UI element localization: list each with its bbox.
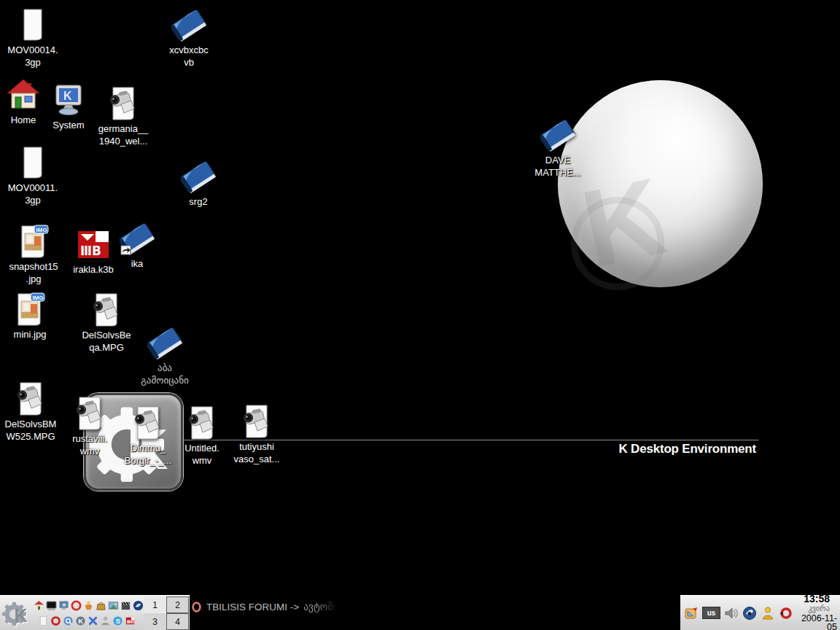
video-icon — [13, 381, 48, 416]
video-icon — [89, 292, 124, 327]
image-icon: IMG — [12, 292, 47, 327]
desktop-icon-label: DAVEMATTHE... — [525, 154, 591, 179]
svg-text:IMG: IMG — [33, 295, 44, 301]
desktop-icon-germania-1940[interactable]: germania__1940_wel... — [90, 86, 156, 147]
konsole-icon[interactable] — [46, 600, 57, 611]
clapperboard-icon[interactable] — [120, 600, 131, 611]
doc-icon — [15, 7, 50, 42]
pager-desktop-2[interactable]: 2 — [166, 596, 189, 613]
svg-text:K: K — [78, 618, 83, 625]
blank-file-icon[interactable] — [38, 615, 49, 626]
svg-text:ⅢB: ⅢB — [80, 244, 101, 258]
opera-icon[interactable] — [50, 615, 61, 626]
book-icon — [181, 159, 216, 194]
clock-applet[interactable]: 13:58 კვირა 2006-11-05 — [793, 594, 840, 630]
video-icon — [72, 396, 107, 431]
tray-window-icon[interactable] — [684, 606, 699, 621]
gallery-icon[interactable] — [108, 600, 119, 611]
video-icon — [131, 405, 166, 440]
pager-desktop-4[interactable]: 4 — [166, 613, 189, 630]
desktop-icon-label: აბაგამოიცანი — [132, 362, 198, 386]
shopping-bag-icon[interactable] — [96, 600, 106, 611]
desktop-icon-rustaviii-wmv[interactable]: rustaviii.wmv — [57, 396, 122, 457]
buddy-gray-icon[interactable] — [100, 615, 111, 626]
dessert-icon[interactable] — [83, 600, 94, 611]
panel-left-section: K KSⅢB 1234 — [0, 595, 190, 630]
quicklaunch-row-1 — [34, 600, 144, 611]
opera-mini-icon[interactable] — [779, 606, 793, 621]
book-icon — [147, 325, 182, 360]
opera-task-icon — [191, 602, 202, 612]
desktop-icon-xcvbxcbcvb[interactable]: xcvbxcbcvb — [156, 7, 222, 69]
desktop: K K Desktop Environment K MOV00014.3gp x… — [0, 0, 840, 595]
desktop-icon-srg2[interactable]: srg2 — [166, 159, 231, 208]
desktop-icon-delsolvsbeqa-mpg[interactable]: DelSolvsBeqa.MPG — [74, 292, 139, 354]
help-lifebuoy-icon[interactable] — [71, 600, 82, 611]
volume-icon[interactable] — [724, 606, 739, 621]
k3b-mini-icon[interactable]: ⅢB — [125, 615, 136, 626]
desktop-icon-tutiyushi-vaso[interactable]: tutiyushivaso_sat... — [224, 404, 289, 465]
x-blue-icon[interactable] — [88, 615, 98, 626]
desktop-icon-label: MOV00011.3gp — [0, 182, 66, 206]
svg-text:ⅢB: ⅢB — [127, 619, 135, 624]
display-icon[interactable] — [58, 600, 69, 611]
desktop-icon-mov00014-3gp[interactable]: MOV00014.3gp — [0, 7, 66, 69]
desktop-icon-label: DelSolvsBMW525.MPG — [0, 418, 63, 443]
desktop-icon-label: rustaviii.wmv — [57, 432, 122, 457]
video-icon — [184, 405, 219, 440]
desktop-icon-mov00011-3gp[interactable]: MOV00011.3gp — [0, 145, 66, 206]
konqueror-globe-icon[interactable] — [133, 600, 144, 611]
desktop-icon-label: MOV00014.3gp — [0, 44, 66, 69]
pager-desktop-3[interactable]: 3 — [144, 613, 166, 630]
kicker-panel: K KSⅢB 1234 TBILISIS FORUMI -> ავტომი us… — [0, 595, 840, 630]
kmenu-button[interactable]: K — [1, 597, 32, 629]
svg-text:K: K — [63, 90, 72, 102]
desktop-icons-layer: MOV00014.3gp xcvbxcbcvb Home K System — [0, 0, 840, 595]
buddy-yellow-icon[interactable] — [761, 606, 775, 621]
video-icon — [239, 404, 274, 439]
kmplayer-icon[interactable]: K — [75, 615, 86, 626]
video-icon — [106, 86, 141, 121]
system-icon: K — [51, 82, 86, 117]
desktop-icon-label: germania__1940_wel... — [90, 122, 156, 147]
desktop-pager: 1234 — [144, 596, 189, 630]
svg-text:IMG: IMG — [36, 227, 47, 233]
clock-day: კვირა — [793, 604, 830, 612]
taskbar-task-tbilisis-forumi[interactable]: TBILISIS FORUMI -> ავტომი — [191, 598, 338, 615]
doc-icon — [15, 145, 50, 180]
desktop-icon-label: snapshot15.jpg — [1, 260, 66, 285]
keyboard-layout[interactable]: us — [702, 607, 720, 619]
desktop-icon-label: DelSolvsBeqa.MPG — [74, 329, 139, 354]
svg-text:S: S — [116, 617, 121, 625]
desktop-icon-ika[interactable]: ika — [104, 221, 170, 270]
desktop-icon-label: tutiyushivaso_sat... — [224, 440, 289, 465]
desktop-icon-mini-jpg[interactable]: IMGmini.jpg — [0, 292, 63, 341]
panel-right-section: us 13:58 კვირა 2006-11-05 — [680, 595, 840, 630]
task-title: TBILISIS FORUMI -> — [206, 602, 299, 612]
svg-text:K: K — [15, 605, 28, 626]
desktop-icon-dave-matthews[interactable]: DAVEMATTHE... — [525, 117, 591, 179]
kget-globe-icon[interactable] — [742, 606, 757, 621]
skype-icon[interactable]: S — [112, 615, 123, 626]
desktop-icon-label: mini.jpg — [0, 328, 63, 341]
desktop-icon-aba-gamoitsani[interactable]: აბაგამოიცანი — [132, 325, 198, 386]
desktop-icon-label: xcvbxcbcvb — [156, 44, 222, 69]
quicklaunch-row-2: KSⅢB — [38, 615, 136, 626]
desktop-icon-snapshot15-jpg[interactable]: IMGsnapshot15.jpg — [1, 224, 66, 285]
clock-time: 13:58 — [793, 594, 830, 604]
home-folder-icon[interactable] — [34, 600, 44, 611]
task-subtitle: ავტომი — [303, 601, 338, 612]
quicktime-blue-icon[interactable] — [63, 615, 74, 626]
book-icon — [171, 7, 206, 42]
image-icon: IMG — [16, 224, 51, 259]
clock-date: 2006-11-05 — [793, 614, 837, 630]
system-tray: us — [684, 606, 793, 621]
desktop-icon-delsolvsbmw525[interactable]: DelSolvsBMW525.MPG — [0, 381, 63, 443]
pager-desktop-1[interactable]: 1 — [144, 596, 166, 613]
book-icon — [540, 117, 575, 152]
book-link-icon — [120, 221, 155, 256]
desktop-icon-label: ika — [104, 257, 170, 270]
desktop-icon-label: srg2 — [166, 195, 231, 208]
